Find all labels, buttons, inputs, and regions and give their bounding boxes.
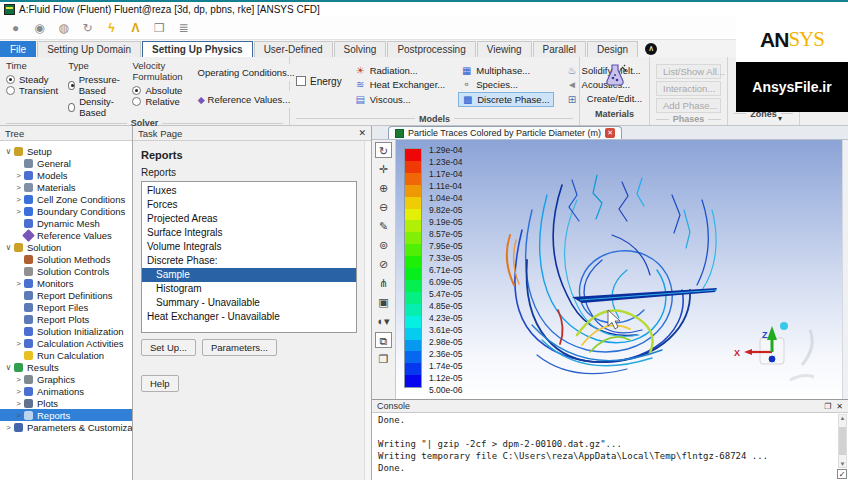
sphere-search-icon[interactable]: ◉ <box>32 21 47 35</box>
tree-item-reference-values[interactable]: Reference Values <box>0 229 132 241</box>
report-item-summary-unavailable[interactable]: Summary - Unavailable <box>142 296 356 310</box>
zoom-back-icon[interactable]: ⊘ <box>375 256 392 272</box>
radio-icon[interactable] <box>6 75 15 84</box>
tree-item-calculation-activities[interactable]: >Calculation Activities <box>0 337 132 349</box>
model-item-heat-exchanger[interactable]: ≋Heat Exchanger... <box>352 78 449 91</box>
create-edit-materials-button[interactable]: Create/Edit... <box>582 90 647 107</box>
tree-item-plots[interactable]: >Plots <box>0 397 132 409</box>
radio-relative[interactable]: Relative <box>132 96 182 107</box>
ansys-a-icon[interactable]: Λ <box>128 21 143 35</box>
pick-icon[interactable]: ✎ <box>375 218 392 234</box>
console-close-icon[interactable]: ✕ <box>836 402 843 411</box>
report-item-heat-exchanger-unavailable[interactable]: Heat Exchanger - Unavailable <box>142 310 356 324</box>
model-item-multiphase[interactable]: ▦Multiphase... <box>458 64 553 77</box>
radio-icon[interactable] <box>68 81 74 90</box>
model-item-viscous[interactable]: ▤Viscous... <box>352 92 449 107</box>
operating-conditions-button[interactable]: Operating Conditions... <box>193 64 300 81</box>
tree-item-solution[interactable]: ∨Solution <box>0 241 132 253</box>
report-item-discrete-phase-[interactable]: Discrete Phase: <box>142 254 356 268</box>
zoom-out-icon[interactable]: ⊖ <box>375 199 392 215</box>
tab-viewing[interactable]: Viewing <box>477 41 532 57</box>
radio-icon[interactable] <box>132 86 141 95</box>
task-page-close-icon[interactable]: ✕ <box>358 128 366 138</box>
collapse-arrow-icon[interactable]: ∨ <box>4 243 13 252</box>
tree-item-run-calculation[interactable]: Run Calculation <box>0 349 132 361</box>
list-icon[interactable]: ≣ <box>176 21 191 35</box>
tree-item-parameters-customization[interactable]: >Parameters & Customization <box>0 421 132 433</box>
graphics-tab[interactable]: Particle Traces Colored by Particle Diam… <box>388 126 622 139</box>
tree-item-cell-zone-conditions[interactable]: >Cell Zone Conditions <box>0 193 132 205</box>
tab-design[interactable]: Design <box>587 41 638 57</box>
bolt-icon[interactable]: ϟ <box>104 21 119 35</box>
window-layout-icon[interactable]: ❒ <box>152 21 167 35</box>
tree-item-dynamic-mesh[interactable]: Dynamic Mesh <box>0 217 132 229</box>
tree-item-reports[interactable]: >Reports <box>0 409 132 421</box>
energy-checkbox[interactable] <box>296 76 306 86</box>
console-autoscroll-checkbox[interactable]: ✓ <box>837 469 847 479</box>
zoom-box-icon[interactable]: ⊚ <box>375 237 392 253</box>
radio-absolute[interactable]: Absolute <box>132 85 182 96</box>
report-item-volume-integrals[interactable]: Volume Integrals <box>142 240 356 254</box>
tree-item-solution-initialization[interactable]: Solution Initialization <box>0 325 132 337</box>
rotate-icon[interactable]: ↻ <box>375 142 392 158</box>
tab-setting-up-physics[interactable]: Setting Up Physics <box>142 41 253 58</box>
collapse-arrow-icon[interactable]: ∨ <box>4 147 13 156</box>
expand-arrow-icon[interactable]: > <box>14 411 23 420</box>
tree-item-report-plots[interactable]: Report Plots <box>0 313 132 325</box>
refresh-icon[interactable]: ↻ <box>80 21 95 35</box>
radio-icon[interactable] <box>132 97 141 106</box>
tab-file[interactable]: File <box>0 41 36 57</box>
report-item-fluxes[interactable]: Fluxes <box>142 184 356 198</box>
tree-item-solution-methods[interactable]: Solution Methods <box>0 253 132 265</box>
reports-listbox[interactable]: FluxesForcesProjected AreasSurface Integ… <box>141 181 357 333</box>
report-item-projected-areas[interactable]: Projected Areas <box>142 212 356 226</box>
set-up-button[interactable]: Set Up... <box>141 339 196 356</box>
tree-item-boundary-conditions[interactable]: >Boundary Conditions <box>0 205 132 217</box>
tree-item-materials[interactable]: >Materials <box>0 181 132 193</box>
radio-icon[interactable] <box>68 103 75 112</box>
radio-icon[interactable] <box>6 86 15 95</box>
mesh-sphere-icon[interactable]: ◍ <box>56 21 71 35</box>
radio-steady[interactable]: Steady <box>6 74 58 85</box>
task-page-scrollbar[interactable] <box>364 141 371 480</box>
tab-solving[interactable]: Solving <box>334 41 387 57</box>
expand-arrow-icon[interactable]: > <box>14 207 23 216</box>
tree-item-report-definitions[interactable]: Report Definitions <box>0 289 132 301</box>
collapse-arrow-icon[interactable]: ∨ <box>4 363 13 372</box>
expand-arrow-icon[interactable]: > <box>14 183 23 192</box>
sphere-icon[interactable]: ● <box>8 21 23 35</box>
tree-item-animations[interactable]: >Animations <box>0 385 132 397</box>
tab-parallel[interactable]: Parallel <box>533 41 586 57</box>
expand-arrow-icon[interactable]: > <box>14 375 23 384</box>
lights-icon[interactable]: ◐▾ <box>375 313 392 329</box>
tree-item-graphics[interactable]: >Graphics <box>0 373 132 385</box>
tab-setting-up-domain[interactable]: Setting Up Domain <box>37 41 141 57</box>
energy-checkbox-row[interactable]: Energy <box>296 60 342 112</box>
model-item-discrete-phase[interactable]: ▩Discrete Phase... <box>458 92 553 107</box>
radio-transient[interactable]: Transient <box>6 85 58 96</box>
tree-item-monitors[interactable]: >Monitors <box>0 277 132 289</box>
radio-density-based[interactable]: Density-Based <box>68 96 122 118</box>
zoom-in-icon[interactable]: ⊕ <box>375 180 392 196</box>
expand-arrow-icon[interactable]: > <box>14 195 23 204</box>
graphics-tab-close-icon[interactable]: ✕ <box>605 128 615 138</box>
graphics-viewport[interactable]: ↻✛⊕⊖✎⊚⊘⋔▣◐▾⧉❐ 1.29e-041.23e-041.17e-041.… <box>372 140 848 399</box>
expand-arrow-icon[interactable]: > <box>14 171 23 180</box>
expand-arrow-icon[interactable]: > <box>14 339 23 348</box>
help-button[interactable]: Help <box>141 375 179 392</box>
tree-item-solution-controls[interactable]: Solution Controls <box>0 265 132 277</box>
tree-item-report-files[interactable]: Report Files <box>0 301 132 313</box>
console-output[interactable]: Done. Writing "| gzip -2cf > dpm-2-00100… <box>372 413 848 480</box>
radio-pressure-based[interactable]: Pressure-Based <box>68 74 122 96</box>
expand-arrow-icon[interactable]: > <box>14 399 23 408</box>
model-item-species[interactable]: ⚬Species... <box>458 78 553 91</box>
report-item-surface-integrals[interactable]: Surface Integrals <box>142 226 356 240</box>
report-item-forces[interactable]: Forces <box>142 198 356 212</box>
probe-axes-icon[interactable]: ⋔ <box>375 275 392 291</box>
copy-view-icon[interactable]: ⧉ <box>375 332 392 348</box>
tab-user-defined[interactable]: User-Defined <box>254 41 333 57</box>
tab-postprocessing[interactable]: Postprocessing <box>387 41 475 57</box>
parameters-button[interactable]: Parameters... <box>202 339 277 356</box>
tree-item-results[interactable]: ∨Results <box>0 361 132 373</box>
console-scrollbar[interactable]: ▲▼ <box>838 414 847 468</box>
